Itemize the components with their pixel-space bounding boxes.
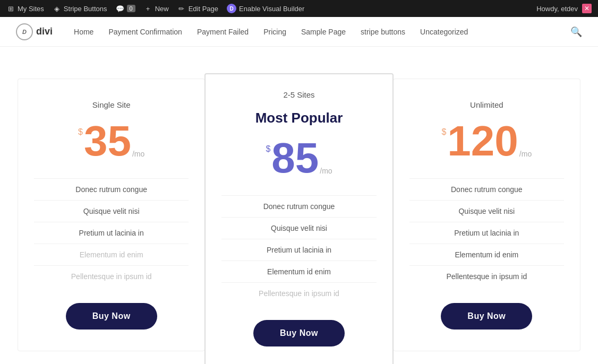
my-sites-menu[interactable]: ⊞ My Sites bbox=[6, 4, 44, 13]
feature-single-3: Pretium ut lacinia in bbox=[34, 222, 189, 244]
site-name: divi bbox=[36, 26, 53, 37]
plan-name-unlimited: Unlimited bbox=[470, 100, 503, 109]
feature-popular-2: Quisque velit nisi bbox=[221, 217, 376, 239]
stripe-buttons-label: Stripe Buttons bbox=[64, 5, 107, 13]
stripe-buttons-menu[interactable]: ◈ Stripe Buttons bbox=[53, 4, 107, 13]
most-popular-label: Most Popular bbox=[255, 110, 343, 126]
main-nav: Home Payment Confirmation Payment Failed… bbox=[74, 28, 554, 36]
price-number-single: 35 bbox=[84, 120, 131, 162]
search-icon[interactable]: 🔍 bbox=[570, 26, 582, 38]
feature-unlimited-3: Pretium ut lacinia in bbox=[409, 222, 564, 244]
pricing-card-popular: 2-5 Sites Most Popular $ 85 /mo Donec ru… bbox=[204, 73, 393, 364]
buy-btn-popular[interactable]: Buy Now bbox=[253, 320, 345, 346]
admin-bar-right: Howdy, etdev ✕ bbox=[536, 4, 592, 13]
nav-uncategorized[interactable]: Uncategorized bbox=[420, 28, 468, 36]
price-period-popular: /mo bbox=[320, 167, 332, 175]
stripe-icon: ◈ bbox=[53, 4, 61, 13]
nav-payment-failed[interactable]: Payment Failed bbox=[197, 28, 249, 36]
feature-unlimited-4: Elementum id enim bbox=[409, 244, 564, 265]
nav-pricing[interactable]: Pricing bbox=[263, 28, 286, 36]
plus-icon: + bbox=[144, 4, 152, 13]
price-wrapper-popular: $ 85 /mo bbox=[266, 137, 332, 179]
feature-unlimited-1: Donec rutrum congue bbox=[409, 178, 564, 200]
nav-home[interactable]: Home bbox=[74, 28, 93, 36]
admin-bar: ⊞ My Sites ◈ Stripe Buttons 💬 0 + New ✏ … bbox=[0, 0, 598, 17]
buy-btn-single[interactable]: Buy Now bbox=[66, 303, 157, 330]
pencil-icon: ✏ bbox=[177, 4, 186, 13]
edit-page-menu[interactable]: ✏ Edit Page bbox=[177, 4, 218, 13]
nav-sample-page[interactable]: Sample Page bbox=[301, 28, 346, 36]
plan-name-popular: 2-5 Sites bbox=[283, 90, 314, 99]
feature-popular-4: Elementum id enim bbox=[221, 261, 376, 282]
feature-single-5: Pellentesque in ipsum id bbox=[34, 265, 189, 287]
edit-page-label: Edit Page bbox=[189, 5, 218, 13]
comment-icon: 💬 bbox=[116, 4, 124, 13]
price-wrapper-unlimited: $ 120 /mo bbox=[441, 120, 532, 162]
feature-single-1: Donec rutrum congue bbox=[34, 178, 189, 200]
enable-visual-builder-btn[interactable]: D Enable Visual Builder bbox=[227, 4, 304, 13]
pricing-card-single: Single Site $ 35 /mo Donec rutrum congue… bbox=[18, 79, 205, 351]
close-button[interactable]: ✕ bbox=[582, 4, 592, 13]
feature-list-single: Donec rutrum congue Quisque velit nisi P… bbox=[34, 178, 189, 287]
logo-circle: D bbox=[16, 23, 33, 40]
new-menu[interactable]: + New bbox=[144, 4, 169, 13]
my-sites-label: My Sites bbox=[18, 5, 44, 13]
howdy-text: Howdy, etdev bbox=[536, 5, 578, 13]
comments-menu[interactable]: 💬 0 bbox=[116, 4, 135, 13]
feature-list-unlimited: Donec rutrum congue Quisque velit nisi P… bbox=[409, 178, 564, 287]
logo-letter: D bbox=[22, 29, 27, 35]
feature-popular-1: Donec rutrum congue bbox=[221, 195, 376, 217]
pricing-grid: Single Site $ 35 /mo Donec rutrum congue… bbox=[18, 79, 580, 363]
nav-stripe-buttons[interactable]: stripe buttons bbox=[361, 28, 405, 36]
price-period-single: /mo bbox=[132, 150, 144, 158]
currency-single: $ bbox=[78, 127, 83, 137]
feature-single-4: Elementum id enim bbox=[34, 244, 189, 265]
sites-icon: ⊞ bbox=[6, 4, 15, 13]
feature-single-2: Quisque velit nisi bbox=[34, 200, 189, 222]
pricing-card-unlimited: Unlimited $ 120 /mo Donec rutrum congue … bbox=[393, 79, 580, 351]
price-number-popular: 85 bbox=[271, 137, 319, 179]
buy-btn-unlimited[interactable]: Buy Now bbox=[441, 303, 532, 330]
divi-builder-icon: D bbox=[227, 4, 236, 13]
price-number-unlimited: 120 bbox=[447, 120, 518, 162]
enable-visual-builder-label: Enable Visual Builder bbox=[239, 5, 304, 13]
nav-bar: D divi Home Payment Confirmation Payment… bbox=[0, 17, 598, 47]
feature-popular-3: Pretium ut lacinia in bbox=[221, 239, 376, 261]
feature-popular-5: Pellentesque in ipsum id bbox=[221, 282, 376, 304]
price-period-unlimited: /mo bbox=[519, 150, 532, 158]
plan-name-single: Single Site bbox=[92, 100, 131, 109]
nav-payment-confirmation[interactable]: Payment Confirmation bbox=[108, 28, 182, 36]
feature-unlimited-2: Quisque velit nisi bbox=[409, 200, 564, 222]
currency-unlimited: $ bbox=[441, 127, 446, 137]
comments-count: 0 bbox=[127, 5, 135, 12]
main-content: Single Site $ 35 /mo Donec rutrum congue… bbox=[7, 47, 591, 364]
price-wrapper-single: $ 35 /mo bbox=[78, 120, 144, 162]
new-label: New bbox=[155, 5, 169, 13]
feature-list-popular: Donec rutrum congue Quisque velit nisi P… bbox=[221, 195, 376, 304]
feature-unlimited-5: Pellentesque in ipsum id bbox=[409, 265, 564, 287]
site-logo[interactable]: D divi bbox=[16, 23, 53, 40]
currency-popular: $ bbox=[266, 144, 270, 154]
